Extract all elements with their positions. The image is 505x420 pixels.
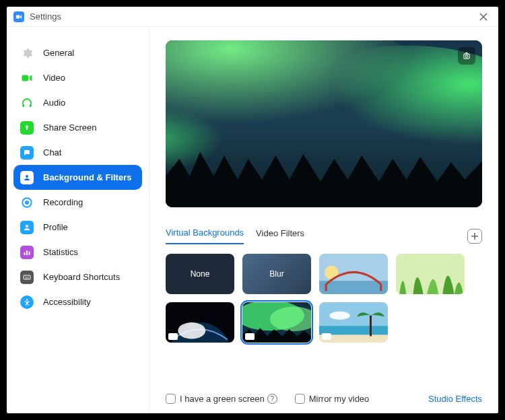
tab-video-filters[interactable]: Video Filters [256,228,304,244]
rotate-camera-button[interactable] [458,47,475,65]
background-bridge[interactable] [319,254,388,294]
mirror-option[interactable]: Mirror my video [295,394,370,404]
accessibility-icon [20,295,34,309]
svg-rect-1 [22,75,29,81]
sidebar-item-recording[interactable]: Recording [13,190,142,215]
background-beach[interactable] [319,302,388,343]
add-background-button[interactable] [467,229,482,244]
background-none[interactable]: None [166,254,234,294]
sidebar-item-audio[interactable]: Audio [13,90,142,115]
window-title: Settings [30,11,61,22]
svg-point-4 [26,175,28,178]
sidebar-item-label: Chat [43,147,61,158]
statistics-icon [20,246,34,259]
svg-rect-3 [30,104,32,107]
gear-icon [20,46,34,60]
sidebar-item-video[interactable]: Video [13,65,142,90]
svg-point-13 [27,276,28,277]
sidebar-item-label: Statistics [43,247,78,257]
video-icon [20,71,34,85]
svg-rect-8 [24,252,26,255]
sidebar-item-label: Profile [43,222,68,232]
sidebar-item-statistics[interactable]: Statistics [13,240,142,265]
svg-rect-0 [16,15,20,18]
green-screen-label: I have a green screen [180,394,265,404]
svg-rect-21 [464,54,469,59]
video-preview [166,40,482,207]
sidebar-item-chat[interactable]: Chat [13,140,142,165]
mirror-label: Mirror my video [309,394,370,404]
sidebar-item-label: Keyboard Shortcuts [43,272,120,282]
record-icon [20,196,34,209]
titlebar: Settings [7,7,498,27]
sidebar-item-keyboard[interactable]: Keyboard Shortcuts [13,265,142,289]
svg-rect-9 [26,250,28,255]
mirror-checkbox[interactable] [295,394,305,404]
keyboard-icon [20,271,34,284]
headphones-icon [20,96,34,110]
svg-point-16 [26,299,28,301]
background-earth[interactable] [166,302,234,343]
share-screen-icon [20,121,34,135]
svg-point-14 [28,276,29,277]
tab-label: Virtual Backgrounds [166,228,244,238]
sidebar-item-general[interactable]: General [13,40,142,65]
sidebar-item-profile[interactable]: Profile [13,215,142,240]
content-area: General Video Audio Share Screen [7,27,498,413]
user-badge-icon [20,171,34,184]
bottom-row: I have a green screen ? Mirror my video … [166,386,482,404]
green-screen-option[interactable]: I have a green screen ? [166,394,277,404]
video-badge-icon [322,333,331,340]
sidebar-item-label: Background & Filters [43,172,131,182]
sidebar-item-label: Accessibility [43,297,91,307]
sidebar-item-accessibility[interactable]: Accessibility [13,289,142,314]
svg-point-38 [329,312,350,320]
tab-virtual-backgrounds[interactable]: Virtual Backgrounds [166,228,244,244]
sidebar-item-bg-filters[interactable]: Background & Filters [13,165,142,190]
sidebar-item-label: Share Screen [43,123,97,133]
svg-point-31 [178,322,205,339]
svg-rect-24 [319,281,388,294]
sidebar-item-label: Audio [43,98,65,108]
svg-rect-2 [22,104,24,107]
tab-label: Video Filters [256,228,304,238]
tabs-row: Virtual Backgrounds Video Filters [166,228,482,244]
sidebar-item-share-screen[interactable]: Share Screen [13,115,142,140]
svg-point-7 [26,225,28,228]
green-screen-checkbox[interactable] [166,394,176,404]
svg-point-12 [25,276,26,277]
background-grass[interactable] [396,254,465,294]
thumb-label: None [191,269,210,279]
sidebar: General Video Audio Share Screen [7,27,149,413]
svg-rect-10 [29,251,30,255]
app-logo [13,11,24,22]
svg-point-6 [25,201,29,205]
sidebar-item-label: General [43,48,74,58]
help-icon[interactable]: ? [267,394,277,404]
profile-icon [20,221,34,234]
background-blur[interactable]: Blur [242,254,311,294]
studio-effects-link[interactable]: Studio Effects [428,394,482,404]
backgrounds-grid: None Blur [166,254,482,343]
settings-window: Settings General Video [7,7,498,413]
video-badge-icon [168,333,178,340]
svg-point-22 [465,55,468,58]
chat-icon [20,146,34,160]
main-panel: Virtual Backgrounds Video Filters None B… [149,27,498,413]
video-badge-icon [245,333,255,340]
sidebar-item-label: Recording [43,197,83,207]
sidebar-item-label: Video [43,73,65,83]
close-button[interactable] [475,9,492,25]
svg-rect-11 [24,275,30,279]
thumb-label: Blur [269,269,283,279]
svg-rect-15 [26,277,29,278]
background-aurora[interactable] [242,302,311,343]
